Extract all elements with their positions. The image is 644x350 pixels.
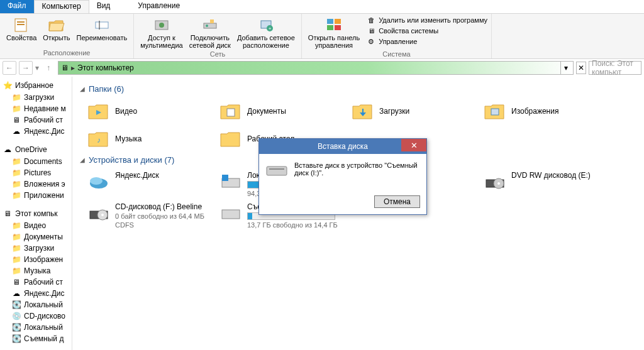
cd-icon [87, 202, 110, 225]
svg-rect-2 [17, 24, 25, 25]
uninstall-button[interactable]: 🗑Удалить или изменить программу [366, 15, 487, 25]
folder-icon: 📁 [11, 179, 21, 189]
insert-disc-dialog: Вставка диска ✕ Вставьте диск в устройст… [258, 138, 427, 215]
folder-music-icon: ♪ [87, 128, 110, 150]
sidebar: ⭐Избранное 📁Загрузки 📁Недавние м 🖥Рабочи… [0, 77, 72, 350]
sidebar-item[interactable]: ☁Яндекс.Дис [0, 126, 72, 137]
svg-rect-25 [222, 175, 228, 181]
rename-icon [92, 16, 112, 34]
manage-button[interactable]: ⚙Управление [366, 36, 487, 46]
sidebar-thispc-header[interactable]: 🖥Этот компьк [0, 207, 72, 220]
breadcrumb[interactable]: 🖥 ▸ Этот компьютер ▾ [58, 61, 574, 75]
desktop-icon: 🖥 [11, 277, 21, 287]
folders-section-header[interactable]: ◢Папки (6) [80, 84, 636, 94]
svg-rect-18 [227, 109, 235, 116]
ribbon-tabs: Файл Компьютер Вид Управление [0, 0, 644, 14]
folder-downloads-icon [352, 100, 374, 123]
properties-button[interactable]: Свойства [4, 15, 39, 49]
svg-point-31 [101, 214, 104, 216]
hdd-icon [219, 171, 242, 194]
sidebar-item[interactable]: 📁Документы [0, 231, 72, 243]
nav-up-button[interactable]: ↑ [42, 61, 55, 75]
folder-downloads[interactable]: Загрузки [350, 99, 476, 124]
disc-icon: 💿 [11, 311, 21, 321]
sidebar-item[interactable]: 📁Приложени [0, 190, 72, 201]
pc-icon: 🖥 [3, 209, 13, 219]
collapse-icon: ◢ [80, 85, 85, 92]
folder-documents[interactable]: Документы [218, 99, 344, 124]
sidebar-item[interactable]: 💽Локальный [0, 322, 72, 333]
open-button[interactable]: Открыть [40, 15, 72, 49]
sidebar-item[interactable]: 💿CD-дисково [0, 310, 72, 322]
sidebar-item[interactable]: 🖥Рабочий ст [0, 114, 72, 126]
star-icon: ⭐ [3, 80, 13, 90]
yandex-icon: ☁ [11, 126, 21, 136]
sidebar-item[interactable]: 📁Загрузки [0, 92, 72, 103]
nav-forward-button[interactable]: → [19, 61, 33, 75]
svg-text:+: + [269, 26, 272, 31]
sidebar-item[interactable]: 📁Музыка [0, 265, 72, 276]
dialog-close-button[interactable]: ✕ [401, 139, 426, 151]
folder-music[interactable]: ♪Музыка [86, 126, 212, 151]
search-input[interactable]: Поиск: Этот компьют [589, 61, 641, 75]
breadcrumb-path: Этот компьютер [77, 63, 134, 72]
folder-icon: 📁 [11, 92, 21, 102]
nav-back-button[interactable]: ← [3, 61, 16, 75]
folder-video[interactable]: Видео [86, 99, 212, 124]
svg-rect-33 [267, 167, 287, 175]
sidebar-item[interactable]: 💽Локальный [0, 299, 72, 310]
sidebar-item[interactable]: 📁Изображен [0, 254, 72, 265]
sidebar-item[interactable]: 📁Недавние м [0, 103, 72, 114]
add-netlocation-button[interactable]: + Добавить сетевое расположение [235, 15, 297, 50]
group-location-label: Расположение [43, 49, 91, 57]
folder-docs-icon [219, 100, 242, 123]
folder-pictures[interactable]: Изображения [482, 99, 608, 124]
uninstall-icon: 🗑 [366, 15, 376, 25]
folder-video-icon [87, 100, 110, 123]
breadcrumb-dropdown-icon[interactable]: ▾ [560, 62, 570, 74]
recent-icon: 📁 [11, 104, 21, 114]
onedrive-icon: ☁ [3, 145, 13, 155]
tab-manage[interactable]: Управление [130, 0, 187, 13]
sidebar-item[interactable]: 🖥Рабочий ст [0, 276, 72, 288]
media-icon [152, 16, 172, 34]
sidebar-item[interactable]: 📁Загрузки [0, 243, 72, 254]
svg-rect-20 [491, 109, 499, 115]
sidebar-item[interactable]: ☁Яндекс.Дис [0, 288, 72, 299]
sidebar-item[interactable]: 📁Documents [0, 156, 72, 167]
disc-drive-icon [265, 161, 288, 189]
tab-computer[interactable]: Компьютер [34, 0, 89, 13]
drive-cdrom[interactable]: CD-дисковод (F:) Beeline0 байт свободно … [86, 201, 212, 230]
media-access-button[interactable]: Доступ к мультимедиа [138, 15, 186, 50]
folder-icon: 📁 [11, 243, 21, 253]
close-path-icon[interactable]: ✕ [576, 62, 586, 74]
dialog-titlebar[interactable]: Вставка диска ✕ [259, 139, 426, 154]
svg-point-8 [206, 25, 208, 27]
sidebar-item[interactable]: 💽Съемный д [0, 333, 72, 344]
nav-dropdown-icon[interactable]: ▾ [35, 63, 39, 72]
control-panel-button[interactable]: Открыть панель управления [306, 15, 362, 50]
folder-open-icon [47, 16, 67, 34]
drive-yandex[interactable]: Яндекс.Диск [86, 170, 212, 199]
tab-view[interactable]: Вид [89, 0, 118, 13]
drive-icon: 💽 [11, 334, 21, 344]
drive-icon: 💽 [11, 300, 21, 310]
sidebar-item[interactable]: 📁Видео [0, 220, 72, 231]
sidebar-onedrive-header[interactable]: ☁OneDrive [0, 143, 72, 156]
drive-dvd[interactable]: DVD RW дисковод (E:) [482, 170, 608, 199]
cancel-button[interactable]: Отмена [374, 195, 420, 208]
svg-rect-14 [335, 19, 341, 24]
removable-icon [219, 202, 242, 225]
system-props-button[interactable]: 🖥Свойства системы [366, 26, 487, 36]
sidebar-favorites-header[interactable]: ⭐Избранное [0, 79, 72, 92]
map-netdrive-button[interactable]: Подключить сетевой диск [187, 15, 233, 50]
ribbon-group-system: Открыть панель управления 🗑Удалить или и… [302, 14, 492, 58]
manage-icon: ⚙ [366, 36, 376, 46]
tab-file[interactable]: Файл [0, 0, 34, 13]
svg-text:♪: ♪ [97, 136, 101, 145]
sidebar-item[interactable]: 📁Pictures [0, 167, 72, 178]
sidebar-item[interactable]: 📁Вложения э [0, 178, 72, 190]
svg-point-6 [159, 23, 164, 28]
svg-rect-3 [96, 22, 108, 28]
rename-button[interactable]: Переименовать [74, 15, 130, 49]
